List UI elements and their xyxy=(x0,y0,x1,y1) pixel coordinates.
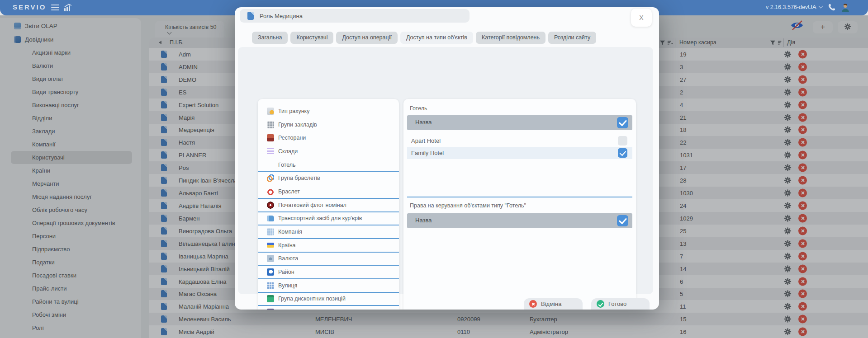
dialog-tab[interactable]: Категорії повідомлень xyxy=(476,32,545,44)
object-type-label: Початковий флот номінал xyxy=(278,202,346,208)
rights-header-checkbox[interactable] xyxy=(617,215,628,226)
object-type-label: Група браслетів xyxy=(278,175,320,181)
object-type-label: Компанія xyxy=(278,229,302,235)
done-button[interactable]: Готово xyxy=(591,298,650,310)
object-type-label: Групи закладів xyxy=(278,122,317,128)
name-header-label: Назва xyxy=(415,119,432,126)
object-type-item[interactable]: Група браслетів xyxy=(258,171,399,185)
phone-icon[interactable] xyxy=(828,3,836,13)
tab-content-panel: Тип рахункуГрупи закладівРестораниСклади… xyxy=(238,47,653,294)
object-type-item[interactable]: Компанія xyxy=(258,225,399,239)
name-header-checkbox[interactable] xyxy=(617,117,628,128)
option-label: Family Hotel xyxy=(411,150,444,156)
object-type-label: Транспортний засіб для кур'єрів xyxy=(278,215,362,221)
object-type-item[interactable]: Транспортний засіб для кур'єрів xyxy=(258,212,399,225)
object-type-label: Група дисконтних позицій xyxy=(278,296,346,302)
menu-icon[interactable] xyxy=(51,5,59,11)
cancel-button[interactable]: Відміна xyxy=(524,298,583,310)
chevron-down-icon xyxy=(818,4,823,9)
name-header-row: Назва xyxy=(407,115,632,130)
chart-icon[interactable] xyxy=(64,4,73,13)
object-type-item[interactable]: Ресторани xyxy=(258,131,399,145)
object-type-detail: Готель Назва Apart HotelFamily Hotel Пра… xyxy=(403,99,636,310)
object-type-label: Район xyxy=(278,269,294,275)
discount-group-icon xyxy=(267,295,274,302)
object-type-item[interactable]: Групи закладів xyxy=(258,118,399,131)
object-type-item[interactable]: Група дисконтних позицій xyxy=(258,292,399,306)
warehouses-icon xyxy=(267,148,274,155)
dialog-tab[interactable]: Користувачі xyxy=(290,32,333,44)
rights-header-label: Назва xyxy=(415,217,432,224)
option-row[interactable]: Apart Hotel xyxy=(407,135,632,147)
no-icon xyxy=(267,161,274,169)
servio-logo: SERVIO xyxy=(13,3,46,11)
district-icon xyxy=(267,268,274,276)
dialog-tab[interactable]: Доступ на операції xyxy=(336,32,397,44)
rights-label: Права на керування об'єктами типу "Готел… xyxy=(410,202,526,209)
type-label: Готель xyxy=(410,105,427,112)
venue-groups-icon xyxy=(267,121,274,128)
option-label: Apart Hotel xyxy=(411,137,441,144)
object-type-item[interactable]: Склади xyxy=(258,145,399,158)
object-type-item[interactable]: Початковий флот номінал xyxy=(258,198,399,212)
dialog-tab[interactable]: Загальна xyxy=(252,32,288,44)
object-type-item[interactable]: Браслет xyxy=(258,185,399,198)
dialog-title: Роль Медицина xyxy=(260,13,303,19)
object-type-item[interactable]: Країна xyxy=(258,239,399,252)
object-type-label: Браслет xyxy=(278,188,300,195)
dialog-tab[interactable]: Розділи сайту xyxy=(548,32,596,44)
option-row[interactable]: Family Hotel xyxy=(407,147,632,159)
currency-icon xyxy=(267,255,274,262)
role-dialog: Роль Медицина X ЗагальнаКористувачіДосту… xyxy=(235,7,659,310)
account-type-icon xyxy=(267,108,274,115)
company-icon xyxy=(267,228,274,235)
object-type-label: Склади xyxy=(278,148,298,155)
object-type-item[interactable]: Тип рахунку xyxy=(258,104,399,118)
language-selector[interactable]: UA xyxy=(808,4,822,10)
close-button[interactable]: X xyxy=(631,9,652,27)
object-type-item[interactable]: Юридична особа xyxy=(258,305,399,310)
object-type-item[interactable]: Валюта xyxy=(258,252,399,266)
option-checkbox[interactable] xyxy=(618,136,627,146)
option-checkbox[interactable] xyxy=(618,148,627,158)
rights-header-row: Назва xyxy=(407,213,632,228)
dialog-tab[interactable]: Доступ на типи об'єктів xyxy=(400,32,473,44)
object-type-label: Країна xyxy=(278,242,296,249)
object-type-label: Вулиця xyxy=(278,282,297,289)
chip-icon xyxy=(267,202,274,209)
country-flag-icon xyxy=(267,243,274,248)
user-avatar[interactable] xyxy=(840,2,850,15)
bracelet-icon xyxy=(267,188,274,195)
app-version: v 2.16.3.576-dev xyxy=(766,4,808,10)
cancel-x-icon xyxy=(529,300,537,308)
street-icon xyxy=(267,282,274,289)
object-type-item[interactable]: Вулиця xyxy=(258,279,399,292)
truck-icon xyxy=(267,216,274,221)
restaurants-icon xyxy=(267,134,274,141)
dialog-title-bar: Роль Медицина xyxy=(240,9,470,23)
divider xyxy=(407,197,632,197)
object-type-item[interactable]: Район xyxy=(258,265,399,279)
app: SERVIO v 2.16.3.576-dev UA Звіти OLAPДов… xyxy=(0,0,868,338)
object-type-label: Валюта xyxy=(278,255,298,262)
bracelet-group-icon xyxy=(267,174,274,182)
object-type-item[interactable]: Готель xyxy=(258,158,399,172)
dialog-tabs: ЗагальнаКористувачіДоступ на операціїДос… xyxy=(252,32,596,44)
object-type-label: Юридична особа xyxy=(278,309,323,310)
object-type-label: Тип рахунку xyxy=(278,108,309,114)
object-type-label: Готель xyxy=(278,162,296,168)
object-type-list: Тип рахункуГрупи закладівРестораниСклади… xyxy=(258,99,399,310)
legal-entity-icon xyxy=(267,309,274,310)
done-check-icon xyxy=(597,300,604,308)
object-type-label: Ресторани xyxy=(278,135,306,141)
role-document-icon xyxy=(247,12,254,20)
